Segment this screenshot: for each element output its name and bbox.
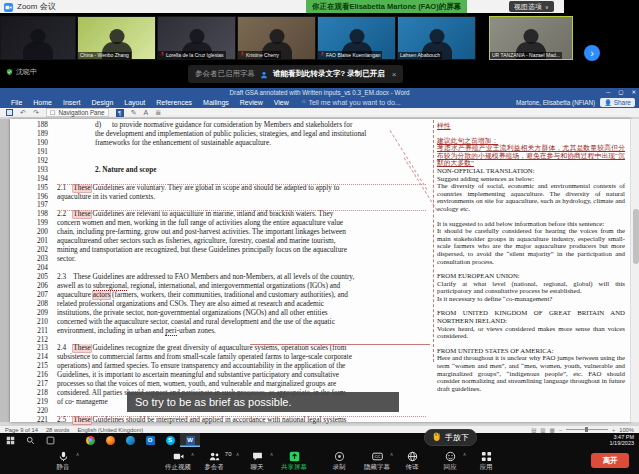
share-button[interactable]: 👤 Share bbox=[600, 98, 635, 107]
text-segment: aquaculture bbox=[57, 291, 93, 299]
zoom-slider-knob[interactable] bbox=[585, 427, 588, 432]
document-line: 200chain, including pre-farming, grow ou… bbox=[26, 228, 430, 237]
participant-thumbnail[interactable]: China - Wenbo Zhang bbox=[77, 16, 156, 60]
outlook-icon[interactable]: O bbox=[140, 433, 160, 447]
web-layout-icon[interactable]: ▦ bbox=[550, 427, 555, 433]
display-mode-icon[interactable]: ¶ bbox=[116, 109, 124, 117]
person-icon: 👤 bbox=[604, 99, 612, 106]
line-number: 221 bbox=[26, 416, 48, 425]
undo-icon[interactable]: ↶ bbox=[20, 108, 26, 118]
word-count[interactable]: 28 words bbox=[46, 427, 70, 433]
apps-button[interactable]: 应用 bbox=[458, 450, 514, 472]
document-area: 188d) to provide normative guidance for … bbox=[0, 119, 639, 422]
minimize-icon[interactable]: ─ bbox=[606, 88, 610, 97]
document-line: 208related professional organizations an… bbox=[26, 300, 430, 309]
maximize-icon[interactable]: ▢ bbox=[618, 88, 623, 97]
document-line: 192 bbox=[26, 157, 430, 166]
close-window-icon[interactable]: ✕ bbox=[631, 88, 636, 97]
view-options-button[interactable]: 视图选项 ∨ bbox=[509, 1, 554, 12]
start-icon[interactable] bbox=[0, 433, 20, 447]
tracked-change-highlight: These bbox=[73, 344, 90, 352]
tell-me-box[interactable]: ⌾ Tell me what you want to do... bbox=[302, 99, 401, 106]
cc-icon: CC∧ bbox=[372, 450, 383, 462]
print-layout-icon[interactable]: ▥ bbox=[540, 427, 545, 433]
text-segment: institutions, the private sector, non-go… bbox=[57, 309, 328, 317]
menu-review[interactable]: Review bbox=[235, 97, 268, 108]
participant-name-label: Kristine Cherry bbox=[238, 51, 281, 59]
word-icon[interactable]: W bbox=[180, 433, 200, 447]
styles-icon[interactable]: ≣ bbox=[155, 108, 161, 118]
document-text: 188d) to provide normative guidance for … bbox=[26, 121, 430, 425]
page-indicator[interactable]: Page 9 of 14 bbox=[5, 427, 38, 433]
text-segment: aquacultureand other sectors such as fis… bbox=[57, 237, 336, 245]
scrollbar-thumb[interactable] bbox=[633, 209, 639, 264]
lightbulb-icon: ⌾ bbox=[302, 99, 306, 106]
mute-button[interactable]: ∧静音 bbox=[35, 450, 91, 472]
edge-icon[interactable] bbox=[120, 433, 140, 447]
next-participants-button[interactable]: › bbox=[584, 45, 600, 61]
menu-home[interactable]: Home bbox=[28, 97, 57, 108]
text-segment: the development and implementation of pu… bbox=[95, 130, 366, 138]
firefox-icon[interactable] bbox=[100, 433, 120, 447]
taskbar-clock[interactable]: 3:47 PM 1/19/2023 bbox=[610, 434, 639, 446]
participant-thumbnail[interactable]: FAO Blaise Kuemlangan bbox=[317, 16, 396, 60]
document-scrollbar[interactable] bbox=[630, 119, 639, 422]
redo-icon[interactable]: ↷ bbox=[33, 108, 39, 118]
text-segment: of co- manageme bbox=[57, 398, 108, 406]
line-text: 2.4 These Guidelines recognize the great… bbox=[57, 344, 430, 353]
text-segment: subregional bbox=[93, 282, 127, 291]
participant-thumbnail[interactable] bbox=[0, 16, 76, 60]
participant-thumbnail[interactable]: Lahsen Ababouch bbox=[397, 16, 476, 60]
participant-thumbnail[interactable]: Kristine Cherry bbox=[237, 16, 316, 60]
read-mode-icon[interactable]: ▤ bbox=[531, 427, 536, 433]
notification-main-text[interactable]: 谁能看到此转录文字? 录制已开启 bbox=[273, 69, 385, 79]
chevron-up-icon[interactable]: ∧ bbox=[76, 451, 80, 457]
pen-icon[interactable]: ✎ bbox=[131, 108, 137, 118]
document-line: 210concerned with the aquaculture sector… bbox=[26, 318, 430, 327]
participant-thumbnail[interactable]: UR TANZANIA - Nazael Mad... bbox=[489, 16, 573, 60]
save-icon[interactable] bbox=[6, 109, 13, 116]
toolbar-button-label: 聊天 bbox=[251, 463, 264, 472]
menu-file[interactable]: File bbox=[6, 97, 27, 108]
task-view-icon[interactable] bbox=[40, 433, 60, 447]
menu-references[interactable]: References bbox=[151, 97, 197, 108]
shared-word-window: Draft GSA annotated with Written inputs_… bbox=[0, 88, 639, 433]
search-icon[interactable] bbox=[20, 433, 40, 447]
participant-name-label: China - Wenbo Zhang bbox=[78, 52, 131, 59]
margin-comment: Clarify at what level (national, regiona… bbox=[437, 280, 625, 295]
line-text: aswell as to subregional, regional, inte… bbox=[57, 282, 430, 291]
text-segment: concern women and men, working in the fu… bbox=[57, 219, 343, 227]
menu-view[interactable]: View bbox=[269, 97, 294, 108]
chrome-icon[interactable] bbox=[80, 433, 100, 447]
text-segment: Guidelines recognize the great diversity… bbox=[91, 344, 347, 352]
line-text: aquacultureand other sectors such as fis… bbox=[57, 237, 430, 246]
word-statusbar: Page 9 of 14 28 words English (United Ki… bbox=[0, 425, 639, 433]
file-explorer-icon[interactable] bbox=[60, 433, 80, 447]
language-indicator[interactable]: English (United Kingdom) bbox=[77, 427, 143, 433]
document-line: 1982.2 These Guidelines are relevant to … bbox=[26, 210, 430, 219]
notification-left-text: 参会者已启用字幕 bbox=[195, 69, 255, 79]
zoom-out-icon[interactable]: − bbox=[559, 427, 562, 433]
leave-button[interactable]: 离开 bbox=[591, 453, 629, 468]
live-caption: So try to be as brief as possible. bbox=[127, 392, 399, 412]
menu-mailings[interactable]: Mailings bbox=[198, 97, 234, 108]
line-text: operations) and farmed species. To ensur… bbox=[57, 362, 430, 371]
line-text: aquaculture in its varied contexts. bbox=[57, 193, 430, 202]
windows-taskbar: OSW 3:47 PM 1/19/2023 bbox=[0, 433, 639, 447]
skype-icon[interactable]: S bbox=[160, 433, 180, 447]
navigation-pane-toggle[interactable]: ☐ Navigation Pane bbox=[46, 108, 109, 117]
zoom-in-icon[interactable]: + bbox=[612, 427, 615, 433]
line-text: frameworks for the enhancement of sustai… bbox=[57, 139, 430, 148]
close-icon[interactable]: × bbox=[392, 70, 397, 79]
zoom-slider[interactable] bbox=[566, 429, 608, 430]
participant-name: UR TANZANIA - Nazael Mad... bbox=[492, 52, 560, 59]
menu-layout[interactable]: Layout bbox=[119, 97, 150, 108]
tracked-change-highlight: These bbox=[73, 416, 90, 424]
font-icon[interactable]: A bbox=[144, 108, 149, 118]
lower-hand-button[interactable]: 手放下 bbox=[424, 429, 477, 446]
zoom-level[interactable]: 100% bbox=[619, 427, 634, 433]
menu-insert[interactable]: Insert bbox=[58, 97, 86, 108]
participant-thumbnail[interactable]: Lorella de la Cruz Iglesias bbox=[157, 16, 236, 60]
menu-design[interactable]: Design bbox=[86, 97, 118, 108]
toolbar-button-label: 回应 bbox=[444, 463, 457, 472]
